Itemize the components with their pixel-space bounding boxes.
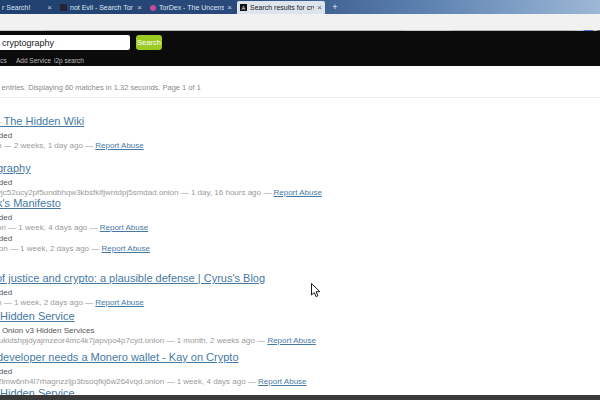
result-title-link[interactable]: developer needs a Monero wallet - Kay on… xyxy=(0,351,239,363)
result-description: ided xyxy=(0,234,580,243)
result-title-link[interactable]: graphy xyxy=(0,162,31,174)
search-result: of justice and crypto: a plausible defen… xyxy=(0,268,580,307)
result-description: ided xyxy=(0,178,580,187)
tab-title: TorDex - The Uncensored Tor Sear xyxy=(159,4,224,11)
result-title-link[interactable]: of justice and crypto: a plausible defen… xyxy=(0,272,265,284)
tab-tor-search[interactable]: r Search! × xyxy=(0,1,55,14)
report-abuse-link[interactable]: Report Abuse xyxy=(100,223,148,232)
ahmia-favicon-icon: A xyxy=(240,4,247,11)
query-input[interactable] xyxy=(0,35,130,50)
result-title-link[interactable]: k's Manifesto xyxy=(0,197,61,209)
site-footer-bar xyxy=(0,395,600,400)
results-summary: r entries. Displaying 60 matches in 1.32… xyxy=(0,83,201,92)
result-description: ided xyxy=(0,131,580,140)
page-content: Search tics Add Service i2p search r ent… xyxy=(0,31,600,400)
close-icon[interactable]: × xyxy=(317,4,322,12)
tab-title: r Search! xyxy=(2,4,44,11)
report-abuse-link[interactable]: Report Abuse xyxy=(267,336,315,345)
nav-link-i2p-search[interactable]: i2p search xyxy=(54,57,84,64)
search-result: graphy ided yjc52ucy2pf5undbhqw3kbsfklfj… xyxy=(0,158,580,197)
tordex-favicon-icon xyxy=(150,5,156,11)
result-description: ided xyxy=(0,213,580,222)
close-icon[interactable]: × xyxy=(47,4,52,12)
result-description: r Onion v3 Hidden Services xyxy=(0,326,580,335)
result-title-link[interactable]: Hidden Service xyxy=(0,310,75,322)
nav-link-add-service[interactable]: Add Service xyxy=(16,57,51,64)
divider xyxy=(0,97,600,98)
mouse-cursor xyxy=(310,283,322,299)
search-result: Hidden Service r Onion v3 Hidden Service… xyxy=(0,306,580,345)
tab-title: Search results for cryptography xyxy=(250,4,314,11)
nav-link-statistics[interactable]: tics xyxy=(0,57,7,64)
search-result: k's Manifesto ided on — 1 week, 4 days a… xyxy=(0,193,580,232)
result-meta: jukldshpjdyajmzeor4mc4k7japvpo4p7cyd.oni… xyxy=(0,336,267,345)
report-abuse-link[interactable]: Report Abuse xyxy=(95,141,143,150)
tab-title: not Evil - Search Tor xyxy=(70,4,134,11)
notevil-favicon-icon xyxy=(60,4,67,11)
site-search-button[interactable]: Search xyxy=(136,35,162,50)
search-result: ided ion — 1 week, 2 days ago — Report A… xyxy=(0,232,580,253)
result-meta: on — 1 week, 4 days ago — xyxy=(0,223,100,232)
tab-not-evil[interactable]: not Evil - Search Tor × xyxy=(57,1,145,14)
result-meta: ion — 1 week, 2 days ago — xyxy=(0,244,102,253)
search-result: developer needs a Monero wallet - Kay on… xyxy=(0,347,580,386)
result-description: ided xyxy=(0,288,580,297)
tab-search-results-active[interactable]: A Search results for cryptography × xyxy=(237,1,325,14)
new-tab-button[interactable]: + xyxy=(329,1,341,13)
result-title-link[interactable]: - The Hidden Wiki xyxy=(0,115,84,127)
report-abuse-link[interactable]: Report Abuse xyxy=(102,244,150,253)
close-icon[interactable]: × xyxy=(227,4,232,12)
tab-tordex[interactable]: TorDex - The Uncensored Tor Sear × xyxy=(147,1,235,14)
result-meta: n — 2 weeks, 1 day ago — xyxy=(0,141,95,150)
close-icon[interactable]: × xyxy=(137,4,142,12)
tab-bar: r Search! × not Evil - Search Tor × TorD… xyxy=(0,0,600,14)
browser-window: r Search! × not Evil - Search Tor × TorD… xyxy=(0,0,600,400)
navigation-toolbar: ⓘ msydqstlz2kzerdg.onion/search/?q=crypt… xyxy=(0,14,600,31)
result-description: ided xyxy=(0,367,580,376)
search-result: - The Hidden Wiki ided n — 2 weeks, 1 da… xyxy=(0,111,580,150)
site-header: Search tics Add Service i2p search xyxy=(0,31,600,66)
